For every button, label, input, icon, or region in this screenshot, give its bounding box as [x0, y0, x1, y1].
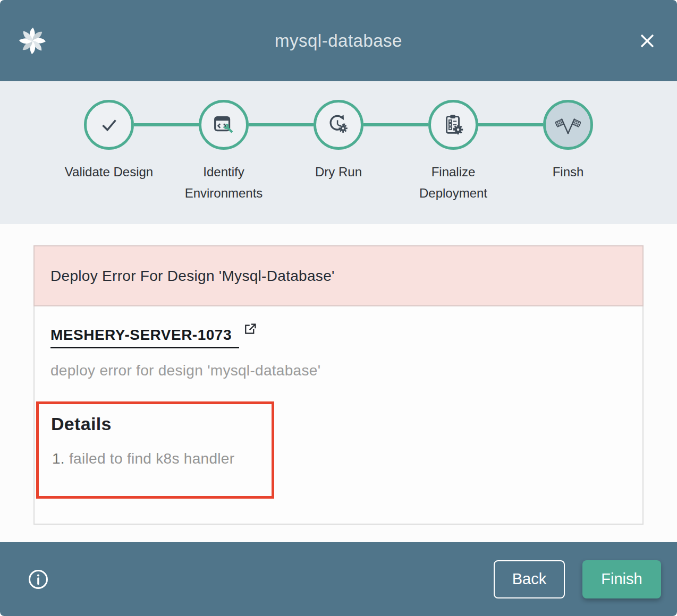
error-panel-body: MESHERY-SERVER-1073 deploy error for des… [33, 306, 644, 525]
error-details-box: Details failed to find k8s handler [36, 401, 274, 499]
step-label: Validate Design [65, 161, 153, 183]
close-icon [637, 30, 658, 52]
finish-button[interactable]: Finish [582, 560, 661, 598]
deploy-wizard-modal: mysql-database [0, 0, 677, 616]
info-button[interactable] [26, 567, 51, 592]
back-button[interactable]: Back [494, 560, 565, 598]
finish-flags-icon [555, 112, 581, 138]
error-description: deploy error for design 'mysql-database' [50, 362, 627, 379]
step-identify-environments: Identify Environments [166, 100, 281, 204]
step-circle [199, 100, 249, 150]
error-code-link[interactable]: MESHERY-SERVER-1073 [50, 327, 239, 348]
info-icon [27, 568, 50, 591]
step-label: Finsh [553, 161, 584, 183]
modal-header: mysql-database [0, 0, 677, 81]
code-window-wrench-icon [211, 113, 236, 137]
sync-gear-icon [326, 113, 351, 137]
clipboard-gear-icon [441, 113, 466, 137]
step-validate-design: Validate Design [52, 100, 166, 204]
step-circle [428, 100, 478, 150]
details-list: failed to find k8s handler [51, 450, 266, 467]
close-button[interactable] [636, 29, 659, 53]
step-finalize-deployment: Finalize Deployment [396, 100, 511, 204]
step-label: Finalize Deployment [408, 161, 498, 204]
step-label: Identify Environments [179, 161, 269, 204]
step-circle [314, 100, 363, 150]
details-heading: Details [51, 414, 266, 434]
step-label: Dry Run [315, 161, 362, 183]
details-item: failed to find k8s handler [52, 450, 266, 467]
check-icon [97, 113, 121, 137]
modal-title: mysql-database [0, 31, 677, 51]
modal-content: Deploy Error For Design 'Mysql-Database'… [0, 224, 677, 542]
modal-footer: Back Finish [0, 542, 677, 616]
error-panel-header: Deploy Error For Design 'Mysql-Database' [33, 245, 644, 306]
error-panel-title: Deploy Error For Design 'Mysql-Database' [50, 268, 335, 285]
step-circle [543, 100, 593, 150]
step-circle [84, 100, 134, 150]
external-link-icon[interactable] [242, 321, 258, 337]
deployment-stepper: Validate Design Identify Environments [0, 81, 677, 224]
step-finish: Finsh [511, 100, 625, 204]
step-dry-run: Dry Run [281, 100, 396, 204]
